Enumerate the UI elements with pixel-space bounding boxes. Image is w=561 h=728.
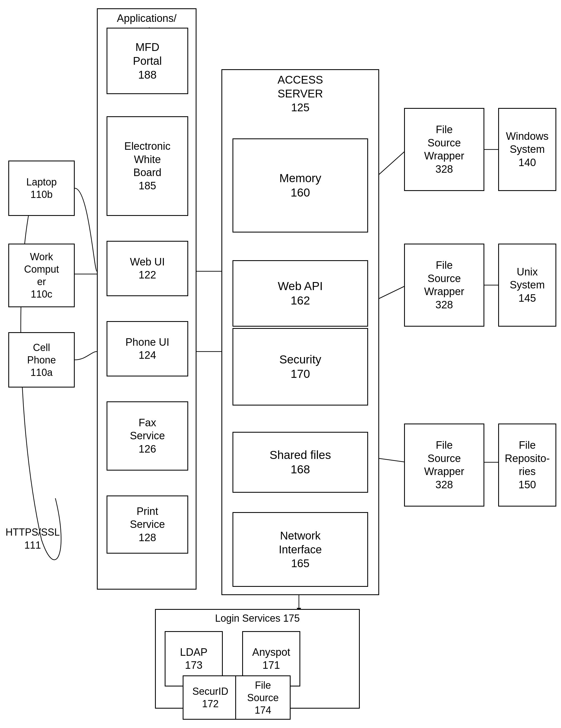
netinterface-box: Network Interface 165 bbox=[232, 512, 368, 587]
fsw3-box: File Source Wrapper 328 bbox=[404, 424, 484, 507]
security-box: Security 170 bbox=[232, 328, 368, 406]
fsw3-label: File Source Wrapper 328 bbox=[424, 439, 464, 491]
sharedfiles-box: Shared files 168 bbox=[232, 432, 368, 493]
netinterface-label: Network Interface 165 bbox=[279, 529, 322, 570]
fsw2-label: File Source Wrapper 328 bbox=[424, 259, 464, 311]
workcomputer-box: Work Comput er 110c bbox=[8, 244, 75, 307]
anyspot-label: Anyspot 171 bbox=[252, 646, 290, 672]
print-service-box: Print Service 128 bbox=[107, 495, 188, 554]
filerepositories-label: File Reposito- ries 150 bbox=[505, 439, 550, 491]
memory-label: Memory 160 bbox=[279, 171, 321, 200]
security-label: Security 170 bbox=[279, 352, 321, 381]
unix-box: Unix System 145 bbox=[498, 244, 556, 327]
filerepositories-box: File Reposito- ries 150 bbox=[498, 424, 556, 507]
ewb-box: Electronic White Board 185 bbox=[107, 116, 188, 216]
fax-service-box: Fax Service 126 bbox=[107, 401, 188, 471]
https-ssl-label: HTTPS/SSL 111 bbox=[6, 526, 60, 552]
memory-box: Memory 160 bbox=[232, 138, 368, 233]
fax-service-label: Fax Service 126 bbox=[130, 416, 165, 456]
phoneui-label: Phone UI 124 bbox=[125, 336, 169, 362]
filesource174-label: File Source 174 bbox=[247, 679, 279, 716]
cellphone-box: Cell Phone 110a bbox=[8, 332, 75, 388]
ldap-label: LDAP 173 bbox=[180, 646, 207, 672]
filesource174-box: File Source 174 bbox=[235, 675, 291, 720]
webapi-label: Web API 162 bbox=[278, 279, 323, 308]
fsw1-box: File Source Wrapper 328 bbox=[404, 108, 484, 191]
securid-label: SecurID 172 bbox=[192, 685, 228, 710]
mfd-portal-label: MFD Portal 188 bbox=[133, 40, 162, 82]
workcomputer-label: Work Comput er 110c bbox=[24, 251, 59, 300]
webapi-box: Web API 162 bbox=[232, 260, 368, 327]
print-service-label: Print Service 128 bbox=[130, 505, 165, 544]
diagram-container: Laptop 110b Work Comput er 110c Cell Pho… bbox=[0, 0, 561, 728]
loginservices-label: Login Services 175 bbox=[156, 612, 359, 624]
sharedfiles-label: Shared files 168 bbox=[270, 448, 331, 477]
windows-label: Windows System 140 bbox=[506, 130, 549, 169]
laptop-box: Laptop 110b bbox=[8, 161, 75, 216]
access-server-label: ACCESS SERVER 125 bbox=[222, 73, 378, 114]
securid-box: SecurID 172 bbox=[183, 675, 238, 720]
ewb-label: Electronic White Board 185 bbox=[124, 140, 170, 192]
cellphone-label: Cell Phone 110a bbox=[27, 341, 56, 379]
webui-box: Web UI 122 bbox=[107, 241, 188, 296]
fsw2-box: File Source Wrapper 328 bbox=[404, 244, 484, 327]
mfd-portal-box: MFD Portal 188 bbox=[107, 28, 188, 94]
windows-box: Windows System 140 bbox=[498, 108, 556, 191]
phoneui-box: Phone UI 124 bbox=[107, 321, 188, 376]
unix-label: Unix System 145 bbox=[510, 265, 545, 305]
webui-label: Web UI 122 bbox=[130, 255, 165, 282]
laptop-label: Laptop 110b bbox=[26, 176, 57, 201]
fsw1-label: File Source Wrapper 328 bbox=[424, 123, 464, 176]
